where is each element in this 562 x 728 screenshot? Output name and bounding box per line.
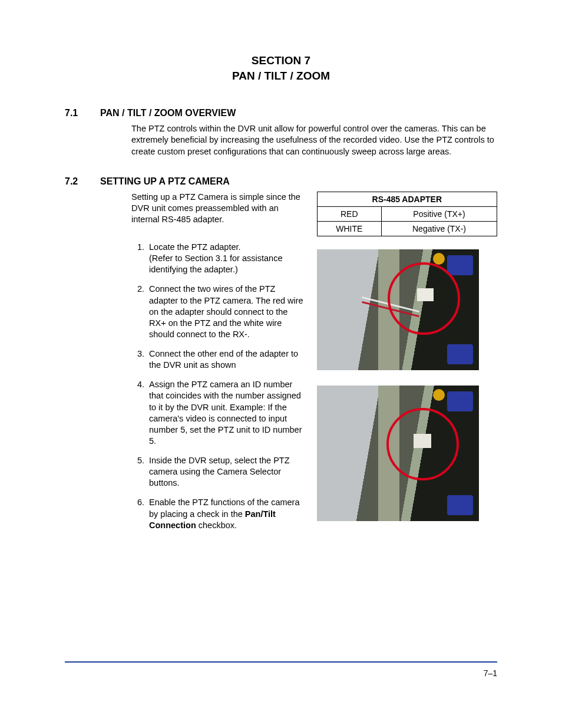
subsection-7-2-intro: Setting up a PTZ Camera is simple since … (131, 192, 306, 225)
subsection-7-1-header: 7.1 PAN / TILT / ZOOM OVERVIEW (65, 108, 497, 118)
table-cell: Negative (TX-) (382, 221, 497, 236)
vga-port-icon (447, 391, 473, 411)
step-3: Connect the other end of the adapter to … (147, 348, 306, 371)
step-5: Inside the DVR setup, select the PTZ cam… (147, 455, 306, 489)
subsection-num: 7.2 (65, 176, 100, 187)
table-row: WHITE Negative (TX-) (317, 221, 497, 236)
subsection-num: 7.1 (65, 108, 100, 118)
rca-jack-icon (433, 253, 445, 265)
table-header: RS-485 ADAPTER (317, 192, 497, 206)
subsection-title: PAN / TILT / ZOOM OVERVIEW (100, 108, 236, 118)
footer-rule (65, 661, 497, 663)
table-cell: Positive (TX+) (382, 206, 497, 221)
figure-adapter-wires (317, 249, 479, 370)
step-6: Enable the PTZ functions of the camera b… (147, 497, 306, 531)
step-2: Connect the two wires of the PTZ adapter… (147, 284, 306, 340)
step-6a: Enable the PTZ functions of the camera b… (149, 498, 300, 518)
vga-port-icon (447, 495, 473, 515)
table-cell: RED (317, 206, 381, 221)
step-6c: checkbox. (196, 521, 237, 530)
section-title-l1: SECTION 7 (252, 54, 310, 67)
steps-list: Locate the PTZ adapter. (Refer to Sectio… (131, 242, 306, 531)
subsection-title: SETTING UP A PTZ CAMERA (100, 176, 230, 187)
table-cell: WHITE (317, 221, 381, 236)
subsection-7-2-header: 7.2 SETTING UP A PTZ CAMERA (65, 176, 497, 187)
rca-jack-icon (433, 389, 445, 401)
section-title-l2: PAN / TILT / ZOOM (232, 70, 330, 82)
step-4: Assign the PTZ camera an ID number that … (147, 379, 306, 447)
vga-port-icon (447, 344, 473, 364)
vga-port-icon (447, 255, 473, 275)
highlight-circle-icon (386, 408, 459, 480)
rs485-table: RS-485 ADAPTER RED Positive (TX+) WHITE … (317, 192, 497, 236)
step-1: Locate the PTZ adapter. (Refer to Sectio… (147, 242, 306, 275)
subsection-7-1-body: The PTZ controls within the DVR unit all… (131, 123, 497, 157)
table-row: RED Positive (TX+) (317, 206, 497, 221)
highlight-circle-icon (388, 262, 460, 335)
figure-adapter-port (317, 386, 479, 521)
page-number: 7–1 (484, 668, 497, 678)
section-title: SECTION 7 PAN / TILT / ZOOM (65, 53, 497, 83)
